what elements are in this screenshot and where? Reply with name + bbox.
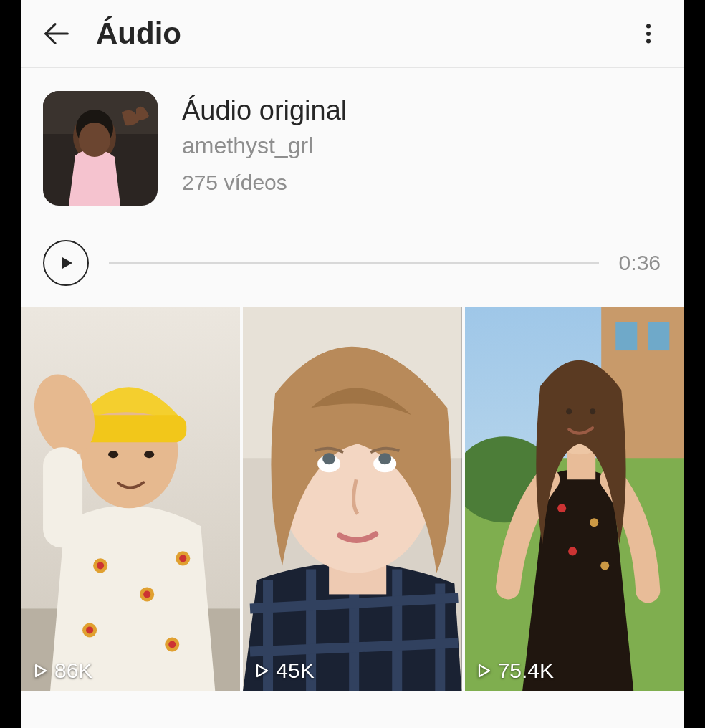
video-view-count: 75.4K bbox=[475, 658, 554, 683]
svg-point-57 bbox=[566, 408, 572, 414]
audio-progress-track[interactable] bbox=[109, 262, 599, 264]
more-vertical-icon bbox=[636, 21, 661, 47]
view-count-label: 75.4K bbox=[498, 658, 554, 683]
svg-point-21 bbox=[168, 641, 176, 648]
play-outline-icon bbox=[32, 661, 49, 680]
svg-point-17 bbox=[179, 555, 186, 562]
audio-author[interactable]: amethyst_grl bbox=[182, 133, 347, 159]
svg-point-2 bbox=[646, 32, 651, 36]
svg-point-51 bbox=[557, 504, 566, 512]
audio-info-section: Áudio original amethyst_grl 275 vídeos bbox=[21, 68, 684, 219]
audio-thumbnail[interactable] bbox=[43, 91, 158, 206]
video-grid: 86K bbox=[21, 307, 684, 728]
view-count-label: 45K bbox=[276, 658, 314, 683]
header-bar: Áudio bbox=[21, 0, 684, 68]
page-title: Áudio bbox=[96, 16, 628, 51]
phone-frame: Áudio bbox=[0, 0, 705, 728]
svg-point-3 bbox=[646, 39, 651, 44]
svg-point-15 bbox=[143, 590, 150, 598]
svg-point-52 bbox=[590, 518, 598, 527]
play-icon bbox=[57, 254, 75, 272]
svg-point-54 bbox=[600, 561, 609, 570]
audio-duration: 0:36 bbox=[619, 251, 661, 275]
more-options-button[interactable] bbox=[628, 13, 669, 54]
video-thumbnail[interactable]: 45K bbox=[243, 307, 461, 691]
svg-point-41 bbox=[322, 453, 335, 464]
svg-point-58 bbox=[590, 408, 595, 414]
svg-point-13 bbox=[97, 562, 104, 569]
svg-marker-44 bbox=[257, 665, 267, 676]
svg-point-26 bbox=[108, 451, 118, 458]
video-thumbnail[interactable]: 86K bbox=[21, 307, 240, 691]
view-count-label: 86K bbox=[54, 658, 92, 683]
audio-meta: Áudio original amethyst_grl 275 vídeos bbox=[182, 91, 347, 195]
svg-point-43 bbox=[379, 453, 392, 464]
screen: Áudio bbox=[21, 0, 684, 728]
video-view-count: 86K bbox=[32, 658, 92, 683]
svg-point-19 bbox=[86, 626, 93, 633]
play-button[interactable] bbox=[43, 240, 89, 286]
audio-title: Áudio original bbox=[182, 94, 347, 128]
video-thumbnail[interactable]: 75.4K bbox=[465, 307, 684, 691]
play-outline-icon bbox=[475, 661, 492, 680]
play-outline-icon bbox=[253, 661, 270, 680]
svg-point-27 bbox=[144, 451, 154, 458]
audio-video-count: 275 vídeos bbox=[182, 171, 347, 195]
svg-rect-25 bbox=[43, 447, 82, 547]
svg-marker-59 bbox=[479, 665, 489, 676]
svg-rect-48 bbox=[648, 322, 669, 350]
svg-rect-47 bbox=[615, 322, 637, 350]
svg-marker-9 bbox=[62, 257, 72, 269]
back-button[interactable] bbox=[36, 13, 77, 54]
video-view-count: 45K bbox=[253, 658, 314, 683]
svg-point-53 bbox=[568, 547, 577, 555]
audio-player: 0:36 bbox=[21, 219, 684, 307]
svg-point-1 bbox=[646, 24, 651, 29]
svg-point-8 bbox=[79, 123, 110, 157]
svg-marker-28 bbox=[36, 665, 46, 676]
arrow-left-icon bbox=[40, 17, 73, 50]
